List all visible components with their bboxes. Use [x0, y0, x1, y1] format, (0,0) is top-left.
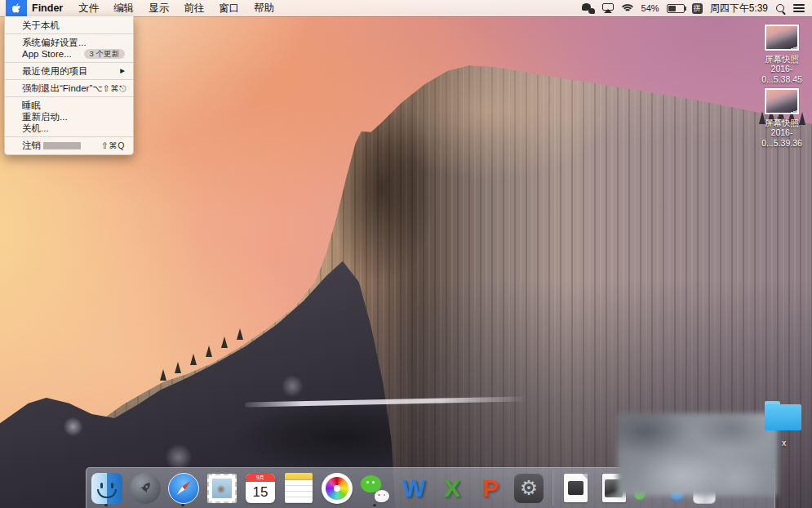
menu-item-log-out[interactable]: 注销⇧⌘Q [5, 140, 133, 151]
tree-silhouette [221, 336, 228, 348]
menu-separator [5, 96, 133, 97]
dock-photos-icon[interactable] [322, 473, 353, 504]
menu-item-force-quit[interactable]: 强制退出“Finder”⌥⇧⌘⎋ [5, 82, 133, 94]
redacted-username [43, 142, 81, 149]
file-label-line1: 屏幕快照 [751, 118, 812, 127]
censored-blur-region [617, 413, 778, 496]
menu-app-title[interactable]: Finder [27, 0, 71, 16]
tree-silhouette [190, 354, 197, 365]
dock-excel-icon[interactable]: X [437, 473, 468, 504]
input-method-icon[interactable]: 拼 [692, 3, 703, 14]
dock-finder-icon[interactable] [91, 473, 122, 504]
screenshot-thumbnail [765, 88, 799, 114]
dock-word-icon[interactable]: W [398, 473, 429, 504]
tree-silhouette [206, 345, 212, 357]
folder-label: x [765, 438, 802, 448]
screenshot-thumbnail [765, 25, 799, 51]
menu-separator [5, 79, 133, 80]
menu-file[interactable]: 文件 [71, 0, 106, 16]
airplay-icon[interactable] [602, 3, 614, 13]
menu-separator [5, 136, 133, 137]
file-label-line1: 屏幕快照 [751, 54, 812, 64]
menu-item-about-this-mac[interactable]: 关于本机 [5, 20, 133, 31]
menu-bar: Finder 文件 编辑 显示 前往 窗口 帮助 54% 拼 周四下午5:39 [0, 0, 812, 16]
desktop-file-screenshot-2[interactable]: 屏幕快照 2016-0...5.39.36 [751, 88, 812, 148]
dock-wechat-icon[interactable] [360, 473, 391, 504]
desktop-folder-icon[interactable] [765, 401, 801, 431]
apple-menu-button[interactable] [6, 0, 27, 16]
dock-safari-icon[interactable] [168, 473, 199, 504]
menu-item-restart[interactable]: 重新启动... [5, 111, 133, 123]
submenu-arrow-icon: ▶ [120, 65, 125, 77]
file-label-line2: 2016-0...5.39.36 [751, 127, 812, 148]
menu-separator [5, 33, 133, 34]
menu-item-recent-items[interactable]: 最近使用的项目▶ [5, 65, 133, 77]
calendar-day: 15 [246, 482, 275, 503]
running-indicator-safari [181, 504, 184, 506]
desktop-screen: Finder 文件 编辑 显示 前往 窗口 帮助 54% 拼 周四下午5:39 … [0, 0, 812, 508]
shortcut-label: ⌥⇧⌘⎋ [92, 82, 126, 94]
notification-center-icon[interactable] [793, 4, 805, 12]
dock-launchpad-icon[interactable] [130, 473, 161, 504]
running-indicator-finder [104, 504, 108, 506]
apple-icon [12, 3, 21, 14]
dock-notes-icon[interactable] [283, 473, 314, 504]
dock-calendar-icon[interactable]: 9月15 [245, 473, 276, 504]
menu-item-shut-down[interactable]: 关机... [5, 123, 133, 134]
wechat-status-icon[interactable] [582, 3, 595, 14]
dock-mail-icon[interactable] [206, 473, 237, 504]
shortcut-label: ⇧⌘Q [101, 140, 125, 151]
dock-divider [552, 471, 552, 506]
menu-window[interactable]: 窗口 [211, 0, 246, 16]
spotlight-icon[interactable] [775, 3, 786, 14]
running-indicator-wechat [373, 504, 376, 506]
file-label-line2: 2016-0...5.38.45 [751, 64, 812, 84]
dock-document-installer-icon[interactable] [560, 473, 591, 504]
apple-dropdown-menu: 关于本机 系统偏好设置... App Store...3 个更新 最近使用的项目… [4, 16, 134, 155]
dock-powerpoint-icon[interactable]: P [475, 473, 506, 504]
tree-silhouette [160, 369, 166, 381]
dock-system-preferences-icon[interactable]: ⚙ [513, 473, 544, 504]
wifi-icon[interactable] [621, 3, 634, 13]
tree-silhouette [237, 328, 243, 340]
menu-help[interactable]: 帮助 [246, 0, 282, 16]
battery-icon[interactable] [667, 4, 685, 13]
menu-view[interactable]: 显示 [141, 0, 176, 16]
menu-clock[interactable]: 周四下午5:39 [710, 2, 768, 16]
battery-percent: 54% [641, 3, 659, 13]
tree-silhouette [175, 362, 181, 373]
update-count-badge: 3 个更新 [84, 49, 125, 59]
status-area: 54% 拼 周四下午5:39 [582, 2, 812, 16]
menu-separator [5, 62, 133, 63]
menu-item-system-preferences[interactable]: 系统偏好设置... [5, 37, 133, 48]
calendar-month: 9月 [246, 474, 275, 482]
menu-item-app-store[interactable]: App Store...3 个更新 [5, 48, 133, 60]
menu-item-sleep[interactable]: 睡眠 [5, 100, 133, 111]
menu-go[interactable]: 前往 [176, 0, 211, 16]
menu-edit[interactable]: 编辑 [106, 0, 141, 16]
desktop-file-screenshot-1[interactable]: 屏幕快照 2016-0...5.38.45 [751, 25, 812, 84]
